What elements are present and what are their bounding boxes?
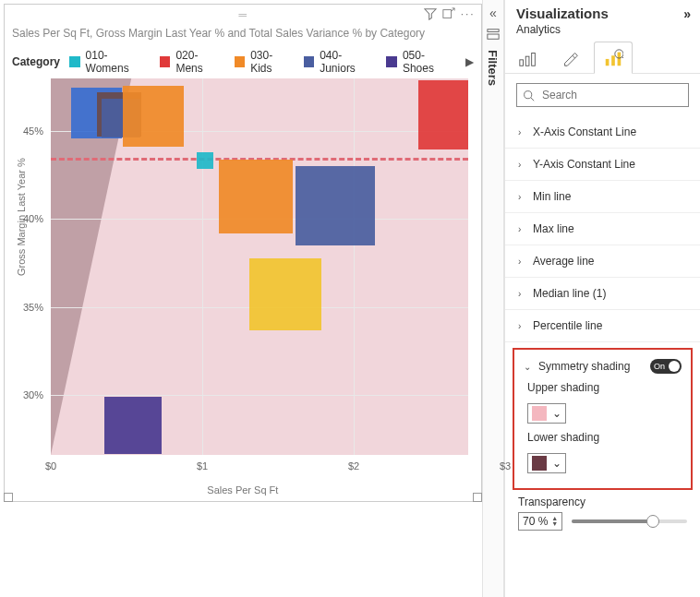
x-tick: $1 bbox=[197, 460, 208, 472]
legend-title: Category bbox=[12, 55, 60, 68]
data-mark[interactable] bbox=[219, 160, 293, 233]
svg-rect-3 bbox=[488, 34, 499, 39]
chevron-right-icon: › bbox=[518, 289, 527, 299]
acc-symmetry-shading[interactable]: ⌄ Symmetry shading On bbox=[514, 350, 691, 379]
expand-filters-icon[interactable]: « bbox=[489, 6, 497, 20]
more-options-icon[interactable]: ··· bbox=[461, 7, 476, 20]
stepper-icon[interactable]: ▲▼ bbox=[551, 516, 558, 527]
legend-swatch bbox=[386, 56, 397, 67]
plot-area[interactable] bbox=[51, 78, 468, 455]
svg-rect-5 bbox=[525, 56, 529, 66]
acc-y-constant-line[interactable]: ›Y-Axis Constant Line bbox=[505, 149, 700, 181]
chevron-right-icon: › bbox=[518, 127, 527, 137]
y-tick: 45% bbox=[23, 125, 43, 137]
visualizations-pane: Visualizations » Analytics ›X-Axis Const… bbox=[504, 0, 700, 597]
symmetry-toggle[interactable]: On bbox=[650, 359, 682, 374]
lower-shading-color-picker[interactable]: ⌄ bbox=[527, 453, 566, 473]
y-tick: 35% bbox=[23, 302, 43, 313]
data-mark[interactable] bbox=[123, 86, 184, 147]
legend-next-icon[interactable]: ▶ bbox=[465, 55, 474, 68]
svg-rect-8 bbox=[611, 55, 615, 66]
svg-rect-9 bbox=[618, 53, 622, 66]
data-mark[interactable] bbox=[104, 397, 162, 454]
chart-visual[interactable]: ═ ··· Sales Per Sq Ft, Gross Margin Last… bbox=[4, 4, 482, 502]
chevron-right-icon: › bbox=[518, 257, 527, 267]
chart-legend: Category 010-Womens 020-Mens 030-Kids 04… bbox=[12, 49, 474, 75]
svg-rect-2 bbox=[488, 30, 499, 32]
chevron-down-icon: ⌄ bbox=[524, 362, 533, 372]
data-mark[interactable] bbox=[197, 152, 213, 169]
resize-handle[interactable] bbox=[4, 493, 13, 502]
svg-rect-6 bbox=[532, 54, 536, 66]
tab-analytics[interactable] bbox=[601, 43, 625, 73]
acc-median-line[interactable]: ›Median line (1) bbox=[505, 278, 700, 310]
viz-pane-subtitle: Analytics bbox=[505, 23, 700, 40]
transparency-label: Transparency bbox=[518, 496, 687, 508]
gridline bbox=[202, 78, 203, 455]
x-tick: $3 bbox=[500, 460, 511, 472]
data-mark[interactable] bbox=[418, 80, 468, 149]
svg-rect-4 bbox=[520, 60, 524, 66]
upper-shading-label: Upper shading bbox=[514, 379, 691, 400]
slider-knob[interactable] bbox=[646, 515, 659, 528]
upper-shading-color-picker[interactable]: ⌄ bbox=[527, 403, 566, 424]
drag-handle-icon[interactable]: ═ bbox=[239, 8, 247, 21]
x-tick: $2 bbox=[348, 460, 359, 472]
svg-rect-7 bbox=[606, 59, 609, 66]
svg-line-11 bbox=[622, 56, 623, 59]
svg-line-13 bbox=[531, 97, 534, 100]
search-input[interactable] bbox=[516, 83, 689, 107]
legend-item[interactable]: 050-Shoes bbox=[386, 49, 453, 75]
svg-rect-0 bbox=[443, 10, 452, 18]
acc-percentile-line[interactable]: ›Percentile line bbox=[505, 310, 700, 342]
transparency-input[interactable]: 70 % ▲▼ bbox=[518, 512, 562, 531]
data-mark[interactable] bbox=[296, 166, 375, 245]
chevron-right-icon: › bbox=[518, 192, 527, 202]
data-mark[interactable] bbox=[249, 258, 321, 330]
chevron-right-icon: › bbox=[518, 160, 527, 170]
x-tick: $0 bbox=[45, 460, 56, 472]
filters-label: Filters bbox=[486, 50, 500, 86]
tab-format[interactable] bbox=[559, 43, 583, 73]
lower-shading-label: Lower shading bbox=[514, 429, 691, 449]
color-chip bbox=[532, 406, 547, 421]
gridline bbox=[51, 395, 468, 396]
search-field[interactable] bbox=[540, 88, 682, 102]
chevron-right-icon: › bbox=[518, 224, 527, 234]
legend-swatch bbox=[235, 56, 246, 67]
focus-mode-icon[interactable] bbox=[442, 7, 455, 20]
acc-min-line[interactable]: ›Min line bbox=[505, 181, 700, 213]
filters-pane-collapsed[interactable]: « Filters bbox=[482, 0, 504, 597]
acc-max-line[interactable]: ›Max line bbox=[505, 213, 700, 245]
viz-pane-title: Visualizations bbox=[516, 6, 609, 21]
search-icon bbox=[523, 90, 535, 101]
color-chip bbox=[532, 456, 547, 471]
acc-x-constant-line[interactable]: ›X-Axis Constant Line bbox=[505, 116, 700, 149]
legend-swatch bbox=[160, 56, 171, 67]
chevron-right-icon: › bbox=[518, 321, 527, 331]
x-axis-label: Sales Per Sq Ft bbox=[207, 484, 278, 496]
acc-average-line[interactable]: ›Average line bbox=[505, 245, 700, 278]
legend-item[interactable]: 020-Mens bbox=[160, 49, 223, 75]
tab-build[interactable] bbox=[516, 43, 540, 73]
legend-swatch bbox=[304, 56, 315, 67]
gridline bbox=[354, 78, 355, 455]
symmetry-shading-section: ⌄ Symmetry shading On Upper shading ⌄ Lo… bbox=[513, 348, 693, 490]
chart-title: Sales Per Sq Ft, Gross Margin Last Year … bbox=[12, 27, 474, 40]
svg-point-12 bbox=[525, 90, 532, 98]
viz-tabs bbox=[505, 40, 700, 74]
legend-item[interactable]: 040-Juniors bbox=[304, 49, 376, 75]
legend-item[interactable]: 010-Womens bbox=[69, 49, 149, 75]
chevron-down-icon: ⌄ bbox=[552, 457, 561, 470]
legend-swatch bbox=[69, 56, 80, 67]
transparency-slider[interactable] bbox=[572, 519, 687, 523]
collapse-pane-icon[interactable]: » bbox=[683, 6, 691, 21]
filter-card-icon[interactable] bbox=[487, 28, 500, 41]
chevron-down-icon: ⌄ bbox=[552, 407, 561, 420]
filter-icon[interactable] bbox=[424, 7, 437, 20]
y-tick: 40% bbox=[23, 213, 43, 224]
resize-handle[interactable] bbox=[473, 493, 482, 502]
y-tick: 30% bbox=[23, 389, 43, 400]
legend-item[interactable]: 030-Kids bbox=[235, 49, 293, 75]
